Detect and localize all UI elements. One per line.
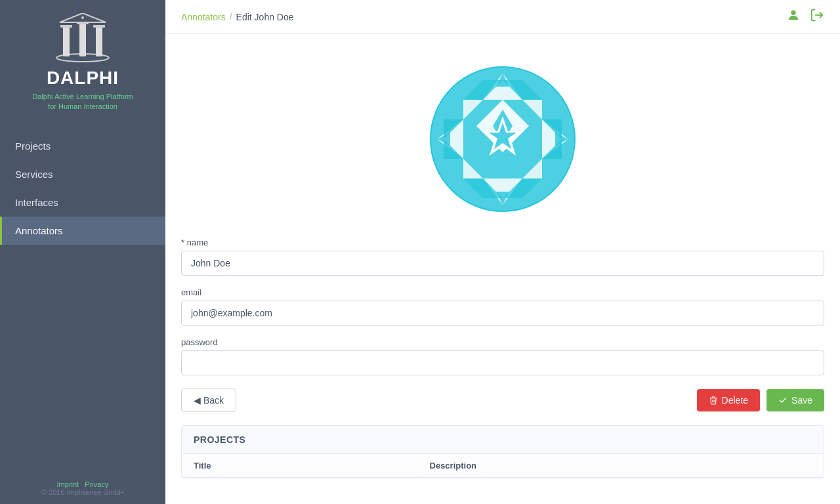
sidebar-item-projects[interactable]: Projects <box>0 132 165 160</box>
user-icon[interactable] <box>786 8 801 26</box>
sidebar-item-services[interactable]: Services <box>0 160 165 188</box>
svg-point-9 <box>791 10 795 15</box>
header-icons <box>786 8 824 26</box>
avatar-area <box>181 47 824 238</box>
app-title: DALPHI <box>47 68 119 89</box>
page-content: * name email password ◀ Back <box>165 34 840 504</box>
copyright-text: © 2016 Implisense GmbH <box>41 488 124 496</box>
svg-rect-2 <box>79 23 86 56</box>
sidebar-nav: Projects Services Interfaces Annotators <box>0 132 165 472</box>
svg-rect-6 <box>93 25 105 28</box>
sidebar-item-annotators[interactable]: Annotators <box>0 217 165 245</box>
password-field-group: password <box>181 337 824 375</box>
app-subtitle: Dalphi Active Learning Platform for Huma… <box>32 92 133 112</box>
email-label: email <box>181 287 824 297</box>
col-description: Description <box>418 454 824 478</box>
user-avatar <box>424 60 581 218</box>
logo-icon <box>50 13 116 62</box>
breadcrumb-separator: / <box>230 12 232 22</box>
svg-rect-3 <box>96 26 102 56</box>
breadcrumb-current: Edit John Doe <box>236 12 294 22</box>
page-header: Annotators / Edit John Doe <box>165 0 840 34</box>
delete-button[interactable]: Delete <box>697 389 760 411</box>
breadcrumb-link[interactable]: Annotators <box>181 12 226 22</box>
save-button[interactable]: Save <box>766 389 824 411</box>
email-input[interactable] <box>181 301 824 326</box>
password-input[interactable] <box>181 350 824 375</box>
svg-rect-1 <box>63 26 70 56</box>
email-field-group: email <box>181 287 824 326</box>
check-icon <box>778 396 788 405</box>
projects-section-header: PROJECTS <box>182 426 824 454</box>
main-content: Annotators / Edit John Doe <box>165 0 840 504</box>
col-title: Title <box>182 454 418 478</box>
buttons-row: ◀ Back Delete Save <box>181 388 824 412</box>
projects-section: PROJECTS Title Description <box>181 425 824 478</box>
name-label: * name <box>181 238 824 247</box>
password-label: password <box>181 337 824 347</box>
svg-point-8 <box>81 16 84 19</box>
breadcrumb: Annotators / Edit John Doe <box>181 12 294 22</box>
name-input[interactable] <box>181 251 824 276</box>
imprint-link[interactable]: Imprint <box>57 480 79 488</box>
sidebar-footer: Imprint Privacy © 2016 Implisense GmbH <box>0 472 165 504</box>
logout-icon[interactable] <box>810 8 824 26</box>
projects-title: PROJECTS <box>194 434 245 445</box>
right-buttons: Delete Save <box>697 389 824 411</box>
sidebar-item-interfaces[interactable]: Interfaces <box>0 188 165 217</box>
back-button[interactable]: ◀ Back <box>181 388 236 412</box>
sidebar-logo: DALPHI Dalphi Active Learning Platform f… <box>0 0 165 122</box>
trash-icon <box>709 396 718 405</box>
privacy-link[interactable]: Privacy <box>85 480 108 488</box>
name-field-group: * name <box>181 238 824 276</box>
svg-rect-4 <box>60 25 72 28</box>
projects-table: Title Description <box>182 454 824 478</box>
sidebar: DALPHI Dalphi Active Learning Platform f… <box>0 0 165 504</box>
